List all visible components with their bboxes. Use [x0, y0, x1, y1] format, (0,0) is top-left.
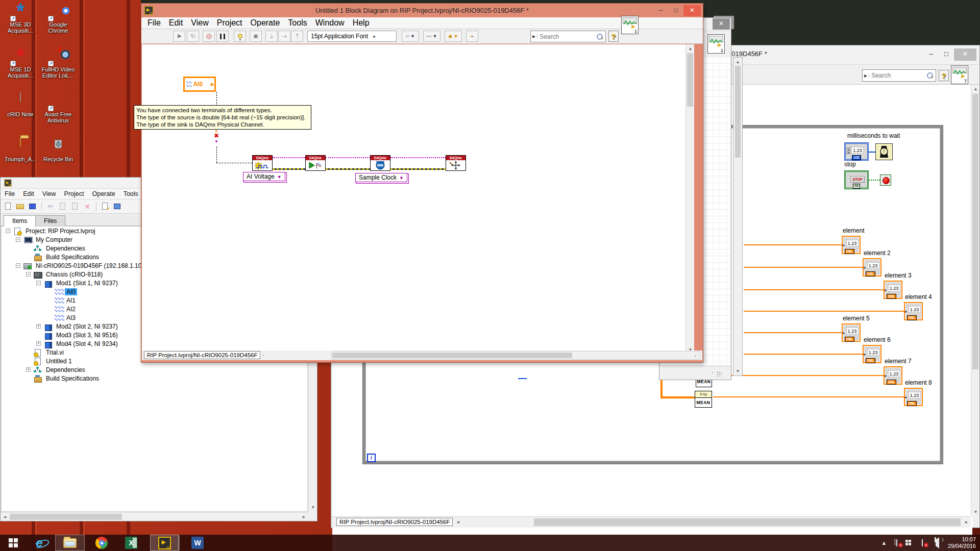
maximize-button[interactable]: □ [668, 5, 683, 16]
pause-button[interactable] [216, 31, 229, 42]
ai0-channel-constant[interactable]: ∿∿∿∿ AI0 ▶ [183, 77, 216, 92]
menu-tools[interactable]: Tools [284, 17, 311, 29]
desktop-icon-folder[interactable]: Triumph_A... [2, 138, 39, 162]
search-menu-icon[interactable]: ▶ [863, 73, 869, 78]
tree-item[interactable]: +Dependencies [2, 365, 307, 374]
front-titlebar[interactable]: Untitled 1 Block Diagram on RIP Project.… [141, 4, 703, 17]
font-selector[interactable]: 15pt Application Font▼ [307, 31, 397, 42]
taskbar-chrome[interactable] [90, 535, 113, 551]
behind-horizontal-scrollbar[interactable]: ◄ ► RIP Project.lvproj/NI-cRIO9025-019D4… [331, 516, 971, 528]
highlight-execution-button[interactable] [234, 31, 246, 42]
taskbar-clock[interactable]: 10:07 29/04/2016 [948, 536, 979, 549]
cut-button[interactable]: ✂ [46, 202, 55, 211]
desktop-icon-note[interactable]: cRIO Note [2, 93, 39, 117]
paste-button[interactable] [70, 202, 80, 211]
hidden-window-scrollbar-sliver[interactable]: ▲ ▼ [733, 57, 743, 376]
project-horizontal-scrollbar[interactable]: ◄► [1, 512, 308, 521]
strip-vi-icon[interactable]: ➤ 1 [707, 34, 725, 54]
front-search-box[interactable]: ▶ [530, 31, 606, 42]
element-indicator-terminal[interactable]: ▸1.23DBL [904, 302, 923, 320]
menu-file[interactable]: File [143, 17, 165, 29]
menu-view[interactable]: View [187, 17, 212, 29]
search-input[interactable] [537, 32, 596, 41]
new-file-button[interactable] [4, 202, 13, 211]
element-indicator-terminal[interactable]: ▸1.23DBL [842, 323, 861, 342]
search-input[interactable] [869, 71, 926, 80]
reorder-button[interactable]: ◉ ▼ [445, 31, 462, 42]
milliseconds-control-terminal[interactable]: ▲▼ 1.23 U32 [844, 142, 869, 161]
element-indicator-terminal[interactable]: ▸1.23DBL [884, 281, 902, 299]
loop-condition-terminal[interactable] [880, 174, 891, 186]
tree-expander[interactable]: − [16, 237, 20, 242]
mean-node-2[interactable]: ∧σμ MEAN [695, 391, 712, 408]
desktop-icon-recycle-bin[interactable]: ♻Recycle Bin [40, 138, 77, 162]
tray-expand-icon[interactable]: ▲ [880, 540, 888, 546]
maximize-button[interactable]: □ [939, 48, 954, 61]
status-scroll-left[interactable]: ‹ [259, 351, 268, 360]
distribute-objects-button[interactable]: ▫-▫ ▼ [423, 31, 440, 42]
project-refresh-icon[interactable] [113, 202, 122, 211]
cleanup-diagram-button[interactable]: ⌁ [466, 31, 478, 42]
menu-edit[interactable]: Edit [19, 189, 38, 199]
taskbar-excel[interactable]: X [118, 535, 144, 551]
action-center-icon[interactable]: ✕ [893, 540, 901, 546]
run-continuous-button[interactable]: ↻ [187, 31, 199, 42]
daqmx-timing-node[interactable]: DAQmx [370, 155, 390, 171]
volume-icon[interactable] [931, 540, 941, 546]
behind-vertical-scrollbar[interactable]: ▲▼ [971, 85, 979, 516]
save-all-button[interactable] [28, 202, 37, 211]
abort-button[interactable] [203, 31, 215, 42]
channel-type-selector[interactable]: AI Voltage▼ [243, 172, 285, 181]
element-indicator-terminal[interactable]: ▸1.23DBL [884, 366, 902, 385]
strip-bottom-scrollbar[interactable]: › [659, 366, 731, 380]
context-help-button[interactable]: ? [608, 31, 619, 42]
menu-tools[interactable]: Tools [119, 189, 142, 199]
retain-wire-values-button[interactable]: ▣ [250, 31, 262, 42]
menu-operate[interactable]: Operate [88, 189, 119, 199]
menu-project[interactable]: Project [213, 17, 247, 29]
tab-items[interactable]: Items [4, 215, 36, 227]
step-into-button[interactable]: ⇣ [265, 31, 278, 42]
element-indicator-terminal[interactable]: ▸1.23DBL [863, 345, 881, 363]
desktop-icon-chrome[interactable]: ↗Google Chrome [40, 3, 77, 34]
network-icon[interactable]: ✕ [918, 540, 926, 546]
broken-wire[interactable] [216, 146, 217, 163]
timing-type-selector[interactable]: Sample Clock▼ [355, 173, 407, 182]
delete-button[interactable]: ✕ [83, 202, 92, 211]
element-indicator-terminal[interactable]: ▸1.23DBL [863, 258, 881, 277]
strip-close-button[interactable]: ✕ [713, 18, 730, 30]
menu-file[interactable]: File [1, 189, 19, 199]
windows-tray-icon[interactable] [905, 540, 914, 546]
behind-search-box[interactable]: ▶ [862, 69, 936, 82]
resize-grip[interactable] [717, 371, 722, 377]
desktop-icon-mse3d[interactable]: *↗MSE 3D Acquisiti... [2, 3, 39, 34]
open-button[interactable] [16, 202, 25, 211]
menu-edit[interactable]: Edit [165, 17, 187, 29]
element-indicator-terminal[interactable]: ▸1.23DBL [904, 388, 923, 406]
start-button[interactable] [3, 535, 23, 551]
tree-item[interactable]: −Build Specifications [2, 374, 307, 383]
element-indicator-terminal[interactable]: ▸1.23DBL [842, 236, 861, 254]
align-objects-button[interactable]: ▫▫ ▼ [402, 31, 419, 42]
close-button[interactable]: ✕ [683, 5, 701, 16]
project-settings-icon[interactable]: ➤ [101, 202, 110, 211]
menu-operate[interactable]: Operate [247, 17, 284, 29]
tree-expander[interactable]: + [26, 367, 31, 372]
front-canvas[interactable]: ∿∿∿∿ AI0 ▶ ▼ ✖ ▼ DAQmx DAQmx [142, 44, 694, 354]
desktop-icon-mse1d[interactable]: *↗MSE 1D Acquisiti... [2, 48, 39, 79]
tree-expander[interactable]: − [36, 281, 41, 285]
taskbar-file-explorer[interactable] [55, 535, 85, 551]
menu-window[interactable]: Window [311, 17, 349, 29]
wait-ms-function[interactable]: ! [875, 143, 893, 160]
tree-expander[interactable]: + [36, 324, 41, 329]
desktop-icon-video-editor[interactable]: ↗FullHD Video Editor LoiL... [40, 48, 77, 79]
tree-expander[interactable]: + [36, 341, 41, 346]
taskbar-ie[interactable]: e [29, 535, 50, 551]
daqmx-create-channel-node[interactable]: DAQmx [252, 155, 273, 171]
copy-button[interactable] [58, 202, 67, 211]
search-menu-icon[interactable]: ▶ [531, 34, 537, 39]
menu-help[interactable]: Help [349, 17, 374, 29]
tab-files[interactable]: Files [35, 215, 65, 226]
step-over-button[interactable]: ⇢ [278, 31, 290, 42]
taskbar-word[interactable]: W [186, 535, 209, 551]
